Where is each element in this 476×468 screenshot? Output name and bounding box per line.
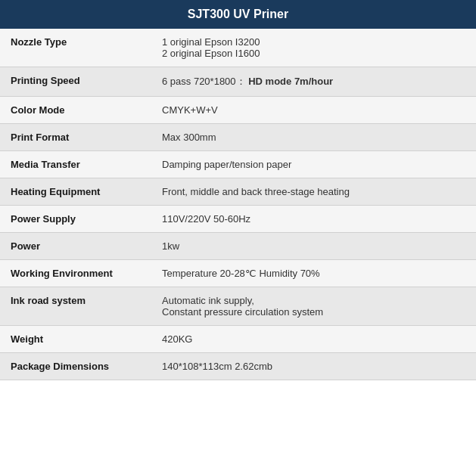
spec-value: 110V/220V 50-60Hz bbox=[151, 206, 476, 233]
table-row: Power1kw bbox=[0, 233, 476, 260]
spec-label: Media Transfer bbox=[0, 151, 151, 178]
spec-label: Nozzle Type bbox=[0, 29, 151, 67]
spec-label: Ink road system bbox=[0, 287, 151, 326]
table-row: Working EnvironmentTemperature 20-28℃ Hu… bbox=[0, 260, 476, 287]
table-title: SJT300 UV Priner bbox=[0, 0, 476, 29]
table-row: Nozzle Type1 original Epson I32002 origi… bbox=[0, 29, 476, 67]
spec-label: Power bbox=[0, 233, 151, 260]
spec-value: 140*108*113cm 2.62cmb bbox=[151, 353, 476, 380]
spec-label: Weight bbox=[0, 326, 151, 353]
spec-value-plain: 6 pass 720*1800： bbox=[162, 76, 246, 87]
spec-value: Temperature 20-28℃ Humidity 70% bbox=[151, 260, 476, 287]
table-row: Package Dimensions140*108*113cm 2.62cmb bbox=[0, 353, 476, 380]
table-row: Power Supply110V/220V 50-60Hz bbox=[0, 206, 476, 233]
table-row: Ink road systemAutomatic ink supply,Cons… bbox=[0, 287, 476, 326]
spec-label: Printing Speed bbox=[0, 67, 151, 97]
table-row: Color ModeCMYK+W+V bbox=[0, 97, 476, 124]
spec-label: Package Dimensions bbox=[0, 353, 151, 380]
table-row: Media TransferDamping paper/tension pape… bbox=[0, 151, 476, 178]
spec-table-container: SJT300 UV Priner Nozzle Type1 original E… bbox=[0, 0, 476, 380]
table-row: Print FormatMax 300mm bbox=[0, 124, 476, 151]
spec-label: Working Environment bbox=[0, 260, 151, 287]
spec-label: Power Supply bbox=[0, 206, 151, 233]
spec-value: 420KG bbox=[151, 326, 476, 353]
spec-value: CMYK+W+V bbox=[151, 97, 476, 124]
spec-value: Damping paper/tension paper bbox=[151, 151, 476, 178]
spec-label: Color Mode bbox=[0, 97, 151, 124]
spec-value: 1 original Epson I32002 original Epson I… bbox=[151, 29, 476, 67]
spec-value-highlight: HD mode 7m/hour bbox=[246, 76, 334, 87]
table-row: Heating EquipmentFront, middle and back … bbox=[0, 178, 476, 206]
spec-value: Automatic ink supply,Constant pressure c… bbox=[151, 287, 476, 326]
spec-value: 6 pass 720*1800： HD mode 7m/hour bbox=[151, 67, 476, 97]
table-row: Weight420KG bbox=[0, 326, 476, 353]
spec-label: Heating Equipment bbox=[0, 178, 151, 206]
table-row: Printing Speed6 pass 720*1800： HD mode 7… bbox=[0, 67, 476, 97]
spec-value: Max 300mm bbox=[151, 124, 476, 151]
spec-value: 1kw bbox=[151, 233, 476, 260]
spec-value: Front, middle and back three-stage heati… bbox=[151, 178, 476, 206]
spec-label: Print Format bbox=[0, 124, 151, 151]
specifications-table: Nozzle Type1 original Epson I32002 origi… bbox=[0, 29, 476, 380]
